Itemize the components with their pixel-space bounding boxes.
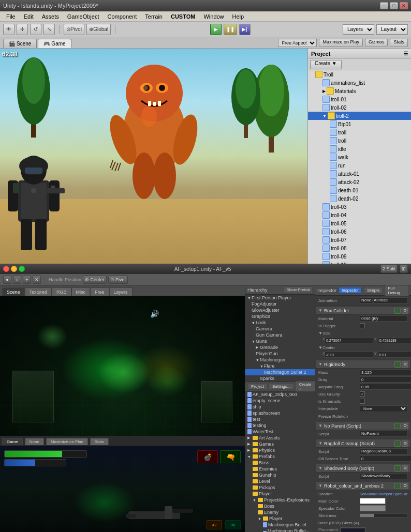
np-settings-btn[interactable]: ⚙ [402, 423, 408, 429]
material-value[interactable]: dead guy [360, 315, 408, 322]
no-parent-header[interactable]: ▼ No Parent (Script) ⚙ [316, 422, 410, 430]
split-button[interactable]: 2 Split [380, 265, 398, 273]
mass-input[interactable] [360, 369, 411, 375]
collider-settings-btn[interactable]: ⚙ [402, 308, 408, 314]
proj-item-boss[interactable]: Boss [245, 460, 315, 466]
is-kinematic-checkbox[interactable] [360, 399, 365, 404]
proj-item-splash[interactable]: splashscreen [245, 410, 315, 416]
tab-scene[interactable]: 🎬 Scene [3, 39, 37, 48]
tree-item-troll-03[interactable]: troll-03 [308, 203, 411, 211]
bottom-minimize-button[interactable] [11, 266, 17, 272]
size-y-input[interactable] [378, 337, 411, 343]
gizmos-button[interactable]: Gizmos [365, 39, 388, 47]
shadowed-body-header[interactable]: ▼ Shadowed Body (Script) ⚙ [316, 464, 410, 473]
tree-item-troll-06[interactable]: troll-06 [308, 227, 411, 236]
proj-item-test[interactable]: test [245, 416, 315, 422]
menu-edit[interactable]: Edit [20, 12, 38, 21]
tree-item-troll-07[interactable]: troll-07 [308, 236, 411, 244]
layout-select[interactable]: Layout [376, 24, 408, 35]
remove-button[interactable]: ✕ [33, 276, 41, 284]
hier-item-camera[interactable]: Camera [245, 326, 315, 332]
pivot-button[interactable]: ⊙ Pivot [64, 24, 84, 35]
off-screen-input[interactable] [360, 455, 411, 462]
is-trigger-checkbox[interactable] [360, 323, 365, 328]
interpolate-select[interactable]: None [360, 405, 408, 412]
menu-help[interactable]: Help [228, 12, 248, 21]
rigidbody-header[interactable]: ▼ RigidBody ⚙ [316, 360, 410, 369]
shininess-slider-fill[interactable] [360, 514, 374, 517]
tab-game[interactable]: 🎮 Game [38, 39, 71, 48]
tree-item-death02[interactable]: death-02 [308, 194, 411, 203]
proj-item-testing[interactable]: testing [245, 422, 315, 429]
proj-item-art-assets[interactable]: ▶ Art Assets [245, 435, 315, 441]
game-stats-tab[interactable]: Stats [90, 438, 109, 445]
proj-item-watertest[interactable]: WaterTest [245, 429, 315, 435]
sb-script-value[interactable]: ShadowedBody [360, 473, 408, 479]
menu-gameobject[interactable]: GameObject [63, 12, 104, 21]
menu-window[interactable]: Window [199, 12, 228, 21]
animation-value[interactable]: None (Animati [360, 297, 408, 303]
bottom-tab-misc[interactable]: Misc [71, 287, 91, 296]
tree-item-materials[interactable]: ▶ Materials [308, 87, 411, 95]
project-panel-menu-icon[interactable]: ☰ [404, 51, 408, 56]
snap-button[interactable]: ○ [13, 276, 21, 284]
bottom-tab-scene[interactable]: Scene [2, 287, 25, 296]
step-button[interactable]: ▶| [239, 24, 251, 35]
hier-item-playergun[interactable]: PlayerGun [245, 351, 315, 357]
size-x-input[interactable] [325, 337, 373, 343]
tree-item-troll-2[interactable]: ▼ troll-2 [308, 112, 411, 120]
texture-thumbnail[interactable] [340, 527, 366, 532]
hier-item-machinegun-bullet2[interactable]: Machinegun Bullet 2 [245, 369, 315, 375]
proj-item-enemies[interactable]: Enemies [245, 466, 315, 472]
center-y-input[interactable] [378, 352, 411, 358]
hier-item-first-person-player[interactable]: ▼ First Person Player [245, 295, 315, 301]
simple-tab[interactable]: Simple [364, 287, 383, 294]
menu-assets[interactable]: Assets [38, 12, 63, 21]
menu-component[interactable]: Component [103, 12, 141, 21]
rca-enable-btn[interactable] [394, 483, 401, 489]
tree-item-troll-05[interactable]: troll-05 [308, 219, 411, 227]
create-bottom-tab[interactable]: Create + [295, 381, 315, 392]
tree-item-attack01[interactable]: attack-01 [308, 170, 411, 178]
layout-icon[interactable]: ⊞ [400, 265, 408, 273]
hier-item-machinegun[interactable]: ▼ Machinegun [245, 357, 315, 363]
angular-drag-input[interactable] [360, 384, 411, 390]
add-button[interactable]: + [23, 276, 31, 284]
minimize-button[interactable]: ─ [380, 2, 388, 9]
proj-item-pickups[interactable]: Pickups [245, 484, 315, 491]
proj-item-level[interactable]: Level [245, 478, 315, 484]
collider-enable-btn[interactable] [394, 308, 401, 314]
rc-enable-btn[interactable] [394, 440, 401, 447]
tree-item-troll-04[interactable]: troll-04 [308, 211, 411, 219]
eye-tool-button[interactable]: 👁 [3, 24, 14, 35]
close-button[interactable]: ✕ [400, 2, 408, 9]
center-x-input[interactable] [325, 352, 373, 358]
hier-item-guns[interactable]: ▼ Guns [245, 338, 315, 344]
scale-tool-button[interactable]: ⤡ [43, 24, 55, 35]
hier-item-fogadjuster[interactable]: FogAdjuster [245, 301, 315, 307]
proj-item-physics[interactable]: ▶ Physics [245, 447, 315, 453]
hier-item-look[interactable]: ▼ Look [245, 320, 315, 326]
project-create-button[interactable]: Create ▼ [310, 60, 342, 69]
move-tool-button[interactable]: ✛ [17, 24, 28, 35]
aspect-select[interactable]: Free Aspect [278, 39, 317, 47]
play-button[interactable]: ▶ [210, 24, 222, 35]
project-tree-view[interactable]: Troll animations_list ▶ Materials troll-… [308, 70, 411, 264]
bottom-tab-free[interactable]: Free [90, 287, 109, 296]
inspector-tab[interactable]: Inspector [339, 287, 362, 294]
tree-item-troll-09[interactable]: troll-09 [308, 252, 411, 261]
tree-item-troll-b[interactable]: troll [308, 136, 411, 145]
bottom-maximize-button[interactable] [19, 266, 25, 272]
tree-item-troll-02[interactable]: troll-02 [308, 103, 411, 112]
record-button[interactable]: ● [3, 276, 11, 284]
proj-item-mg-bullet[interactable]: Machinegun Bullet [245, 522, 315, 528]
game-none-tab[interactable]: None [25, 438, 44, 445]
proj-item-mg-bullet-snipe[interactable]: Machinegun Bullet - Snipe [245, 528, 315, 532]
project-bottom-tab[interactable]: Project [247, 383, 268, 390]
bottom-tab-textured[interactable]: Textured [25, 287, 52, 296]
rb-settings-btn[interactable]: ⚙ [402, 361, 408, 368]
specular-color-swatch[interactable] [360, 505, 386, 511]
sb-enable-btn[interactable] [394, 465, 401, 472]
proj-item-proj-expl[interactable]: ▼ Projectiles-Explosions [245, 497, 315, 503]
maximize-on-play-button[interactable]: Maximize on Play [319, 39, 363, 47]
